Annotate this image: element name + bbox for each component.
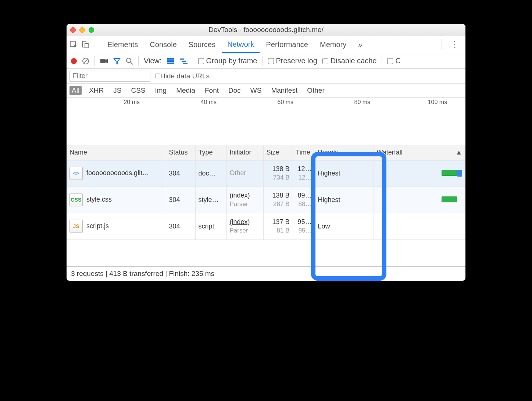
network-toolbar: View: Group by frame Preserve log Disabl… <box>67 53 465 69</box>
cell-type: style… <box>195 187 226 213</box>
cell-size: 137 B81 B <box>263 213 293 239</box>
filter-row: Hide data URLs <box>67 69 465 84</box>
cell-initiator: (index)Parser <box>226 213 263 239</box>
request-name: style.css <box>86 196 112 203</box>
type-chip-img[interactable]: Img <box>153 86 169 95</box>
cell-initiator: Other <box>226 160 263 187</box>
svg-rect-10 <box>167 63 174 64</box>
camera-icon[interactable] <box>100 58 108 64</box>
cell-priority: Low <box>315 213 374 239</box>
col-header-type[interactable]: Type <box>195 145 226 160</box>
cell-initiator: (index)Parser <box>226 187 263 213</box>
col-header-name[interactable]: Name <box>67 145 166 160</box>
status-bar: 3 requests | 413 B transferred | Finish:… <box>67 266 465 281</box>
offline-checkbox-cut[interactable]: C <box>387 57 400 65</box>
type-chip-other[interactable]: Other <box>305 86 327 95</box>
timeline-ruler: 20 ms 40 ms 60 ms 80 ms 100 ms <box>67 97 465 107</box>
svg-rect-5 <box>100 59 106 63</box>
request-name: foooooooooods.glit… <box>86 169 149 177</box>
svg-rect-9 <box>167 60 174 62</box>
cell-time: 12…12… <box>293 160 315 187</box>
search-icon[interactable] <box>126 57 133 65</box>
col-header-waterfall[interactable]: Waterfall▲ <box>374 145 465 160</box>
cell-waterfall <box>374 160 465 187</box>
cell-size: 138 B287 B <box>263 187 293 213</box>
cell-status: 304 <box>166 187 195 213</box>
file-type-icon: JS <box>69 220 83 233</box>
table-row[interactable]: JSscript.js304script(index)Parser137 B81… <box>67 213 465 239</box>
svg-rect-8 <box>167 58 174 60</box>
svg-rect-13 <box>183 63 188 64</box>
filter-icon[interactable] <box>113 57 121 65</box>
kebab-menu-icon[interactable]: ⋮ <box>447 40 463 49</box>
type-chip-font[interactable]: Font <box>203 86 221 95</box>
large-rows-icon[interactable] <box>167 58 174 64</box>
cell-status: 304 <box>166 213 195 239</box>
titlebar: DevTools - foooooooooods.glitch.me/ <box>67 24 465 36</box>
col-header-priority[interactable]: Priority <box>315 145 374 160</box>
table-row[interactable]: <>foooooooooods.glit…304doc…Other138 B73… <box>67 160 465 187</box>
waterfall-view-icon[interactable] <box>179 58 188 64</box>
cell-waterfall <box>374 187 465 213</box>
cell-size: 138 B734 B <box>263 160 293 187</box>
col-header-size[interactable]: Size <box>263 145 293 160</box>
table-row[interactable]: CSSstyle.css304style…(index)Parser138 B2… <box>67 187 465 213</box>
window-title: DevTools - foooooooooods.glitch.me/ <box>67 26 465 34</box>
tab-sources[interactable]: Sources <box>183 36 221 53</box>
initiator-link[interactable]: (index) <box>230 218 250 226</box>
group-by-frame-checkbox[interactable]: Group by frame <box>198 57 257 65</box>
cell-type: doc… <box>195 160 226 187</box>
cell-priority: Highest <box>315 187 374 213</box>
type-chip-js[interactable]: JS <box>111 86 124 95</box>
devtools-window: DevTools - foooooooooods.glitch.me/ Elem… <box>67 24 465 281</box>
record-button[interactable] <box>71 58 77 64</box>
timeline-overview[interactable]: 20 ms 40 ms 60 ms 80 ms 100 ms <box>67 97 465 145</box>
svg-rect-11 <box>180 58 184 60</box>
main-tabstrip: Elements Console Sources Network Perform… <box>67 36 465 53</box>
preserve-log-checkbox[interactable]: Preserve log <box>268 57 317 65</box>
tab-console[interactable]: Console <box>144 36 182 53</box>
col-header-initiator[interactable]: Initiator <box>226 145 263 160</box>
initiator-link[interactable]: (index) <box>230 192 250 199</box>
col-header-status[interactable]: Status <box>166 145 195 160</box>
cell-time: 95…95… <box>293 213 315 239</box>
cell-waterfall <box>374 213 465 239</box>
tab-performance[interactable]: Performance <box>261 36 314 53</box>
file-type-icon: CSS <box>69 193 83 206</box>
tab-elements[interactable]: Elements <box>102 36 143 53</box>
type-chip-manifest[interactable]: Manifest <box>269 86 300 95</box>
cell-status: 304 <box>166 160 195 187</box>
type-chip-doc[interactable]: Doc <box>226 86 243 95</box>
type-chip-media[interactable]: Media <box>174 86 197 95</box>
disable-cache-checkbox[interactable]: Disable cache <box>322 57 377 65</box>
device-toggle-icon[interactable] <box>81 40 92 49</box>
svg-line-7 <box>131 62 133 64</box>
type-chip-css[interactable]: CSS <box>129 86 147 95</box>
clear-icon[interactable] <box>82 57 89 65</box>
type-chip-ws[interactable]: WS <box>248 86 264 95</box>
svg-rect-12 <box>182 61 186 62</box>
hide-data-urls-checkbox[interactable]: Hide data URLs <box>156 72 210 80</box>
cell-time: 89…88… <box>293 187 315 213</box>
svg-point-6 <box>126 58 131 63</box>
sort-arrow-icon: ▲ <box>456 149 462 156</box>
request-name: script.js <box>86 222 109 230</box>
svg-rect-2 <box>85 43 88 48</box>
tabs-overflow[interactable]: » <box>353 36 367 53</box>
file-type-icon: <> <box>69 167 83 180</box>
cell-priority: Highest <box>315 160 374 187</box>
col-header-time[interactable]: Time <box>293 145 315 160</box>
cell-type: script <box>195 213 226 239</box>
type-filter-row: All XHR JS CSS Img Media Font Doc WS Man… <box>67 84 465 97</box>
network-table: Name Status Type Initiator Size Time Pri… <box>67 145 465 266</box>
type-chip-xhr[interactable]: XHR <box>87 86 106 95</box>
svg-line-4 <box>83 59 88 63</box>
filter-input[interactable] <box>69 71 150 82</box>
inspect-icon[interactable] <box>69 40 80 49</box>
tab-memory[interactable]: Memory <box>315 36 351 53</box>
type-chip-all[interactable]: All <box>69 86 82 95</box>
tab-network[interactable]: Network <box>222 36 259 53</box>
view-label: View: <box>144 57 162 65</box>
